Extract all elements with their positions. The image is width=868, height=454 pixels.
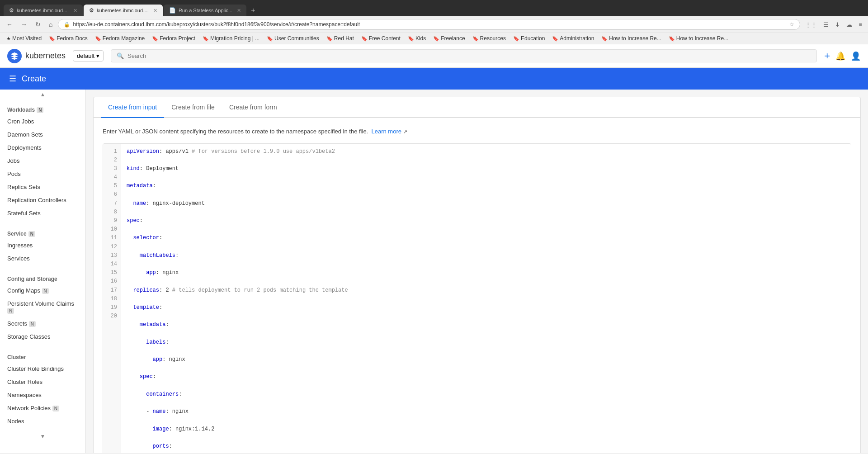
- code-line-5: spec:: [127, 217, 845, 225]
- bookmark-fedora-project-label: Fedora Project: [160, 35, 195, 42]
- bookmark-resources-label: Resources: [480, 35, 506, 42]
- bookmark-kids[interactable]: 🔖 Kids: [405, 34, 429, 43]
- tab-content: Enter YAML or JSON content specifying th…: [94, 118, 860, 453]
- bookmark-most-visited[interactable]: ★ Most Visited: [4, 34, 44, 43]
- bookmark-fedora-magazine[interactable]: 🔖 Fedora Magazine: [92, 34, 147, 43]
- bookmark-star-icon[interactable]: ☆: [789, 21, 794, 28]
- tab-close-2[interactable]: ✕: [153, 8, 157, 14]
- sidebar-item-cron-jobs[interactable]: Cron Jobs: [0, 115, 85, 128]
- kids-icon: 🔖: [408, 36, 414, 42]
- bookmark-migration-pricing[interactable]: 🔖 Migration Pricing | ...: [200, 34, 262, 43]
- browser-tab-1[interactable]: ⚙ kubernetes-ibmcloud-... ✕: [4, 5, 83, 16]
- sidebar-item-pvc[interactable]: Persistent Volume Claims N: [0, 297, 85, 317]
- bookmark-resources[interactable]: 🔖 Resources: [470, 34, 509, 43]
- sidebar-item-services[interactable]: Services: [0, 252, 85, 265]
- url-bar[interactable]: 🔒 https://eu-de.containers.cloud.ibm.com…: [58, 19, 800, 30]
- search-input[interactable]: [127, 52, 811, 59]
- tab-create-from-file[interactable]: Create from file: [164, 97, 222, 118]
- back-button[interactable]: ←: [4, 19, 15, 30]
- bookmark-free-content[interactable]: 🔖 Free Content: [359, 34, 403, 43]
- code-line-17: image: nginx:1.14.2: [127, 425, 845, 434]
- code-line-13: app: nginx: [127, 355, 845, 364]
- bookmark-red-hat-label: Red Hat: [334, 35, 354, 42]
- sidebar-item-namespaces[interactable]: Namespaces: [0, 388, 85, 402]
- tab-create-from-input[interactable]: Create from input: [101, 97, 164, 118]
- bookmark-increase-re-1[interactable]: 🔖 How to Increase Re...: [599, 34, 664, 43]
- add-button[interactable]: +: [824, 50, 830, 62]
- tab-title-1: kubernetes-ibmcloud-...: [17, 8, 69, 13]
- sidebar-item-stateful-sets[interactable]: Stateful Sets: [0, 207, 85, 220]
- config-maps-badge: N: [42, 288, 49, 294]
- sidebar-item-replication-controllers[interactable]: Replication Controllers: [0, 194, 85, 207]
- menu-button[interactable]: ≡: [856, 20, 864, 29]
- service-badge: N: [28, 231, 35, 237]
- search-bar[interactable]: 🔍: [111, 49, 817, 62]
- sidebar-item-storage-classes[interactable]: Storage Classes: [0, 330, 85, 343]
- browser-tab-3[interactable]: 📄 Run a Stateless Applic... ✕: [164, 5, 246, 16]
- bookmark-increase-re-2-label: How to Increase Re...: [676, 35, 728, 42]
- notifications-button[interactable]: 🔔: [835, 51, 845, 61]
- home-button[interactable]: ⌂: [46, 19, 55, 30]
- bookmark-increase-re-1-label: How to Increase Re...: [609, 35, 661, 42]
- app-body: ▲ Workloads N Cron Jobs Daemon Sets Depl…: [0, 90, 868, 453]
- sidebar-section-cluster-title: Cluster: [0, 350, 85, 362]
- learn-more-link[interactable]: Learn more: [371, 128, 401, 135]
- sidebar-item-pods[interactable]: Pods: [0, 167, 85, 180]
- bookmark-red-hat[interactable]: 🔖 Red Hat: [324, 34, 357, 43]
- app-logo: kubernetes: [7, 49, 66, 63]
- namespace-selector[interactable]: default ▾: [73, 50, 104, 61]
- tab-close-3[interactable]: ✕: [237, 8, 241, 14]
- code-line-11: metadata:: [127, 321, 845, 329]
- code-line-18: ports:: [127, 442, 845, 451]
- browser-tabs: ⚙ kubernetes-ibmcloud-... ✕ ⚙ kubernetes…: [0, 0, 868, 16]
- browser-tab-2[interactable]: ⚙ kubernetes-ibmcloud-... ✕: [84, 5, 163, 16]
- code-line-14: spec:: [127, 373, 845, 381]
- bookmark-most-visited-label: Most Visited: [12, 35, 42, 42]
- bookmark-freelance[interactable]: 🔖 Freelance: [430, 34, 467, 43]
- bookmark-fedora-project[interactable]: 🔖 Fedora Project: [149, 34, 198, 43]
- tab-close-1[interactable]: ✕: [73, 8, 77, 14]
- code-line-10: template:: [127, 303, 845, 312]
- bookmark-increase-re-2[interactable]: 🔖 How to Increase Re...: [666, 34, 731, 43]
- sidebar-item-deployments[interactable]: Deployments: [0, 141, 85, 154]
- user-account-button[interactable]: 👤: [851, 51, 861, 61]
- code-content[interactable]: apiVersion: apps/v1 # for versions befor…: [121, 144, 851, 454]
- sidebar-item-secrets[interactable]: Secrets N: [0, 317, 85, 330]
- code-line-4: name: nginx-deployment: [127, 199, 845, 208]
- sidebar-scroll-up-button[interactable]: ▲: [0, 90, 85, 99]
- bookmark-user-communities[interactable]: 🔖 User Communities: [264, 34, 322, 43]
- code-line-15: containers:: [127, 390, 845, 399]
- sidebar-item-cluster-roles[interactable]: Cluster Roles: [0, 375, 85, 388]
- tabs: Create from input Create from file Creat…: [94, 97, 860, 118]
- tab-create-from-form[interactable]: Create from form: [222, 97, 284, 118]
- sidebar-item-config-maps[interactable]: Config Maps N: [0, 284, 85, 297]
- bookmark-fedora-docs[interactable]: 🔖 Fedora Docs: [46, 34, 90, 43]
- nav-icons: ⋮⋮ ☰ ⬇ ☁ ≡: [803, 20, 864, 29]
- sidebar-item-nodes[interactable]: Nodes: [0, 415, 85, 428]
- fedora-magazine-icon: 🔖: [95, 36, 101, 42]
- page-title: Create: [22, 74, 46, 84]
- forward-button[interactable]: →: [18, 19, 30, 30]
- url-text: https://eu-de.containers.cloud.ibm.com/k…: [73, 21, 787, 28]
- sidebar-item-replica-sets[interactable]: Replica Sets: [0, 180, 85, 194]
- pocket-button[interactable]: ⬇: [833, 20, 842, 29]
- sidebar-item-daemon-sets[interactable]: Daemon Sets: [0, 128, 85, 141]
- reader-mode-button[interactable]: ☰: [821, 20, 831, 29]
- hamburger-icon[interactable]: ☰: [9, 74, 16, 84]
- line-numbers: 1 2 3 4 5 6 7 8 9 10 11: [103, 144, 121, 454]
- extensions-button[interactable]: ⋮⋮: [803, 20, 819, 29]
- tab-favicon-2: ⚙: [89, 7, 94, 14]
- new-tab-button[interactable]: +: [247, 5, 259, 16]
- external-link-icon: ↗: [403, 129, 407, 134]
- increase-re-1-icon: 🔖: [601, 36, 608, 42]
- sidebar-scroll-down-button[interactable]: ▼: [0, 431, 85, 441]
- sidebar-item-jobs[interactable]: Jobs: [0, 154, 85, 167]
- sync-button[interactable]: ☁: [844, 20, 854, 29]
- bookmark-administration[interactable]: 🔖 Administration: [549, 34, 597, 43]
- sidebar-item-ingresses[interactable]: Ingresses: [0, 239, 85, 252]
- refresh-button[interactable]: ↻: [33, 19, 43, 30]
- sidebar-item-cluster-role-bindings[interactable]: Cluster Role Bindings: [0, 362, 85, 375]
- sidebar-item-network-policies[interactable]: Network Policies N: [0, 402, 85, 415]
- bookmark-education[interactable]: 🔖 Education: [510, 34, 547, 43]
- code-editor[interactable]: 1 2 3 4 5 6 7 8 9 10 11: [103, 143, 851, 454]
